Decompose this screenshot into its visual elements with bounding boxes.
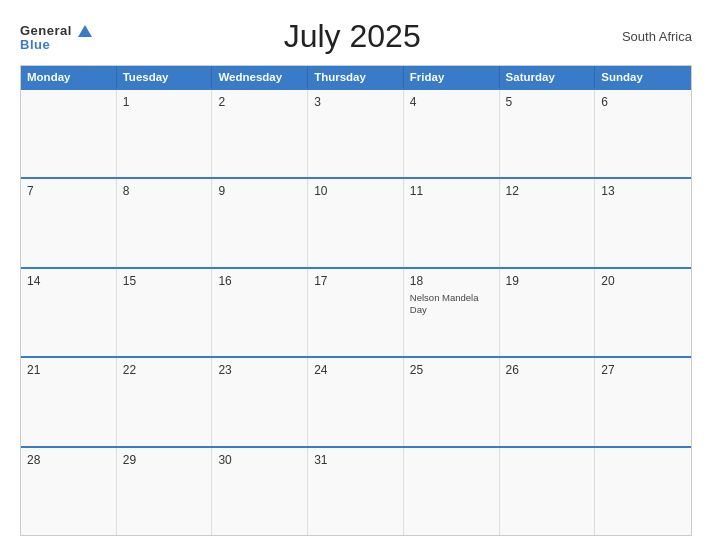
logo-blue-text: Blue <box>20 38 92 51</box>
day-number: 1 <box>123 94 206 111</box>
weekday-header-saturday: Saturday <box>500 66 596 88</box>
calendar-cell: 12 <box>500 179 596 266</box>
calendar-body: 123456789101112131415161718Nelson Mandel… <box>21 88 691 535</box>
calendar-week-5: 28293031 <box>21 446 691 535</box>
calendar-cell: 2 <box>212 90 308 177</box>
day-number: 10 <box>314 183 397 200</box>
day-number: 18 <box>410 273 493 290</box>
calendar-cell: 30 <box>212 448 308 535</box>
calendar-page: General Blue July 2025 South Africa Mond… <box>0 0 712 550</box>
calendar-title: July 2025 <box>92 18 612 55</box>
page-header: General Blue July 2025 South Africa <box>20 18 692 55</box>
calendar-cell: 15 <box>117 269 213 356</box>
calendar-cell: 5 <box>500 90 596 177</box>
day-number: 25 <box>410 362 493 379</box>
calendar-cell: 28 <box>21 448 117 535</box>
day-number: 12 <box>506 183 589 200</box>
day-number: 24 <box>314 362 397 379</box>
day-number: 29 <box>123 452 206 469</box>
calendar-cell: 11 <box>404 179 500 266</box>
day-number: 19 <box>506 273 589 290</box>
day-number: 3 <box>314 94 397 111</box>
day-number: 21 <box>27 362 110 379</box>
day-number: 31 <box>314 452 397 469</box>
calendar-cell: 3 <box>308 90 404 177</box>
day-number: 22 <box>123 362 206 379</box>
day-number: 17 <box>314 273 397 290</box>
day-number: 23 <box>218 362 301 379</box>
calendar-cell: 25 <box>404 358 500 445</box>
calendar-cell: 29 <box>117 448 213 535</box>
weekday-header-thursday: Thursday <box>308 66 404 88</box>
day-number: 11 <box>410 183 493 200</box>
weekday-header-wednesday: Wednesday <box>212 66 308 88</box>
calendar-cell: 23 <box>212 358 308 445</box>
calendar-cell: 10 <box>308 179 404 266</box>
day-number: 27 <box>601 362 685 379</box>
calendar-cell: 16 <box>212 269 308 356</box>
day-number: 9 <box>218 183 301 200</box>
day-number: 20 <box>601 273 685 290</box>
calendar-week-2: 78910111213 <box>21 177 691 266</box>
calendar-weekday-header: MondayTuesdayWednesdayThursdayFridaySatu… <box>21 66 691 88</box>
day-number: 6 <box>601 94 685 111</box>
day-number: 30 <box>218 452 301 469</box>
calendar-cell: 20 <box>595 269 691 356</box>
calendar-cell: 27 <box>595 358 691 445</box>
calendar-cell: 26 <box>500 358 596 445</box>
day-number: 13 <box>601 183 685 200</box>
logo-general-text: General <box>20 23 72 38</box>
holiday-label: Nelson Mandela Day <box>410 292 493 317</box>
calendar-cell <box>595 448 691 535</box>
calendar-cell: 21 <box>21 358 117 445</box>
day-number: 26 <box>506 362 589 379</box>
calendar-cell <box>21 90 117 177</box>
logo-line1: General <box>20 22 92 38</box>
day-number: 2 <box>218 94 301 111</box>
calendar-cell: 19 <box>500 269 596 356</box>
calendar-cell: 13 <box>595 179 691 266</box>
calendar-cell: 1 <box>117 90 213 177</box>
calendar-cell <box>500 448 596 535</box>
weekday-header-tuesday: Tuesday <box>117 66 213 88</box>
day-number: 14 <box>27 273 110 290</box>
day-number: 5 <box>506 94 589 111</box>
logo: General Blue <box>20 22 92 51</box>
day-number: 16 <box>218 273 301 290</box>
calendar-cell <box>404 448 500 535</box>
calendar-week-4: 21222324252627 <box>21 356 691 445</box>
weekday-header-sunday: Sunday <box>595 66 691 88</box>
calendar-cell: 9 <box>212 179 308 266</box>
calendar-cell: 22 <box>117 358 213 445</box>
calendar-cell: 17 <box>308 269 404 356</box>
calendar-cell: 4 <box>404 90 500 177</box>
logo-triangle-icon <box>78 25 92 37</box>
calendar-week-3: 1415161718Nelson Mandela Day1920 <box>21 267 691 356</box>
weekday-header-friday: Friday <box>404 66 500 88</box>
weekday-header-monday: Monday <box>21 66 117 88</box>
calendar-week-1: 123456 <box>21 88 691 177</box>
calendar-cell: 14 <box>21 269 117 356</box>
calendar-cell: 6 <box>595 90 691 177</box>
calendar-cell: 31 <box>308 448 404 535</box>
calendar-cell: 24 <box>308 358 404 445</box>
country-label: South Africa <box>612 29 692 44</box>
calendar-grid: MondayTuesdayWednesdayThursdayFridaySatu… <box>20 65 692 536</box>
day-number: 8 <box>123 183 206 200</box>
calendar-cell: 8 <box>117 179 213 266</box>
day-number: 15 <box>123 273 206 290</box>
calendar-cell: 18Nelson Mandela Day <box>404 269 500 356</box>
calendar-cell: 7 <box>21 179 117 266</box>
day-number: 4 <box>410 94 493 111</box>
day-number: 7 <box>27 183 110 200</box>
day-number: 28 <box>27 452 110 469</box>
